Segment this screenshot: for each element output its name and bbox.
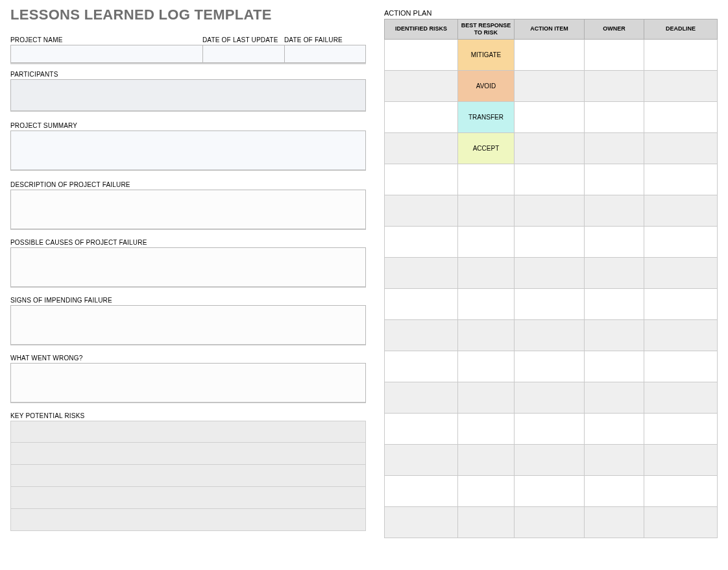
cell-deadline[interactable] <box>644 226 718 257</box>
causes-input[interactable] <box>10 247 366 288</box>
cell-identified-risk[interactable] <box>385 39 458 70</box>
cell-action-item[interactable] <box>515 132 585 164</box>
risk-row[interactable] <box>10 487 366 509</box>
cell-response[interactable] <box>457 319 514 351</box>
cell-owner[interactable] <box>584 70 644 101</box>
cell-response[interactable] <box>457 257 514 288</box>
cell-identified-risk[interactable] <box>385 382 458 413</box>
cell-owner[interactable] <box>584 257 644 288</box>
cell-response[interactable] <box>457 351 514 382</box>
cell-action-item[interactable] <box>515 164 585 195</box>
participants-input[interactable] <box>10 79 366 112</box>
cell-response[interactable]: TRANSFER <box>457 101 514 132</box>
cell-response[interactable] <box>457 413 514 444</box>
cell-action-item[interactable] <box>515 101 585 132</box>
cell-deadline[interactable] <box>644 288 718 319</box>
cell-deadline[interactable] <box>644 444 718 475</box>
cell-owner[interactable] <box>584 444 644 475</box>
cell-response[interactable] <box>457 382 514 413</box>
cell-deadline[interactable] <box>644 319 718 351</box>
date-failure-input[interactable] <box>284 45 366 63</box>
desc-failure-input[interactable] <box>10 190 366 230</box>
risk-row[interactable] <box>10 465 366 487</box>
cell-owner[interactable] <box>584 195 644 226</box>
cell-owner[interactable] <box>584 319 644 351</box>
cell-response[interactable]: ACCEPT <box>457 132 514 164</box>
cell-deadline[interactable] <box>644 475 718 506</box>
cell-identified-risk[interactable] <box>385 164 458 195</box>
col-header-owner: OWNER <box>584 19 644 40</box>
cell-identified-risk[interactable] <box>385 101 458 132</box>
cell-response[interactable] <box>457 195 514 226</box>
cell-identified-risk[interactable] <box>385 475 458 506</box>
cell-identified-risk[interactable] <box>385 413 458 444</box>
cell-deadline[interactable] <box>644 351 718 382</box>
cell-deadline[interactable] <box>644 70 718 101</box>
cell-owner[interactable] <box>584 288 644 319</box>
cell-deadline[interactable] <box>644 257 718 288</box>
risk-row[interactable] <box>10 421 366 443</box>
cell-deadline[interactable] <box>644 132 718 164</box>
cell-owner[interactable] <box>584 164 644 195</box>
cell-action-item[interactable] <box>515 444 585 475</box>
cell-response[interactable] <box>457 226 514 257</box>
cell-identified-risk[interactable] <box>385 226 458 257</box>
cell-response[interactable]: MITIGATE <box>457 39 514 70</box>
cell-owner[interactable] <box>584 226 644 257</box>
cell-deadline[interactable] <box>644 101 718 132</box>
cell-deadline[interactable] <box>644 382 718 413</box>
wrong-label: WHAT WENT WRONG? <box>10 354 366 362</box>
cell-owner[interactable] <box>584 506 644 538</box>
cell-owner[interactable] <box>584 39 644 70</box>
cell-action-item[interactable] <box>515 39 585 70</box>
signs-input[interactable] <box>10 305 366 345</box>
cell-deadline[interactable] <box>644 506 718 538</box>
cell-owner[interactable] <box>584 413 644 444</box>
cell-response[interactable] <box>457 288 514 319</box>
cell-identified-risk[interactable] <box>385 70 458 101</box>
cell-identified-risk[interactable] <box>385 195 458 226</box>
cell-action-item[interactable] <box>515 70 585 101</box>
col-header-risks: IDENTIFIED RISKS <box>385 19 458 40</box>
cell-owner[interactable] <box>584 382 644 413</box>
date-last-update-input[interactable] <box>202 45 284 63</box>
cell-action-item[interactable] <box>515 195 585 226</box>
col-header-deadline: DEADLINE <box>644 19 718 40</box>
cell-identified-risk[interactable] <box>385 319 458 351</box>
table-row <box>385 164 718 195</box>
cell-identified-risk[interactable] <box>385 444 458 475</box>
cell-owner[interactable] <box>584 132 644 164</box>
project-name-input[interactable] <box>10 45 202 63</box>
cell-response[interactable] <box>457 506 514 538</box>
risk-row[interactable] <box>10 509 366 531</box>
wrong-input[interactable] <box>10 363 366 403</box>
cell-action-item[interactable] <box>515 288 585 319</box>
cell-action-item[interactable] <box>515 257 585 288</box>
cell-action-item[interactable] <box>515 413 585 444</box>
cell-owner[interactable] <box>584 101 644 132</box>
cell-action-item[interactable] <box>515 382 585 413</box>
summary-input[interactable] <box>10 130 366 171</box>
cell-identified-risk[interactable] <box>385 257 458 288</box>
cell-identified-risk[interactable] <box>385 351 458 382</box>
cell-response[interactable]: AVOID <box>457 70 514 101</box>
cell-deadline[interactable] <box>644 413 718 444</box>
cell-action-item[interactable] <box>515 226 585 257</box>
cell-response[interactable] <box>457 475 514 506</box>
cell-identified-risk[interactable] <box>385 506 458 538</box>
cell-action-item[interactable] <box>515 475 585 506</box>
cell-deadline[interactable] <box>644 39 718 70</box>
cell-owner[interactable] <box>584 475 644 506</box>
cell-owner[interactable] <box>584 351 644 382</box>
cell-response[interactable] <box>457 444 514 475</box>
divider <box>10 63 366 64</box>
cell-identified-risk[interactable] <box>385 132 458 164</box>
cell-action-item[interactable] <box>515 319 585 351</box>
cell-action-item[interactable] <box>515 506 585 538</box>
cell-identified-risk[interactable] <box>385 288 458 319</box>
cell-action-item[interactable] <box>515 351 585 382</box>
cell-deadline[interactable] <box>644 195 718 226</box>
cell-deadline[interactable] <box>644 164 718 195</box>
risk-row[interactable] <box>10 443 366 465</box>
cell-response[interactable] <box>457 164 514 195</box>
